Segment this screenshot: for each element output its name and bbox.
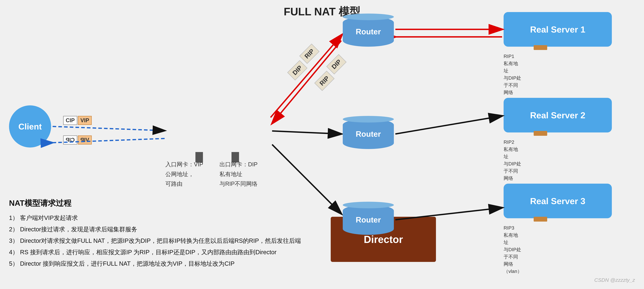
nat-step-5: 5） Director 接到响应报文后，进行FULL NAT，把源地址改为VIP… (9, 258, 301, 269)
client-to-director-arrow (52, 126, 164, 131)
vip-top: VIP (78, 116, 92, 125)
router1-container: Router (343, 17, 394, 47)
rs1-note: RIP1 私有地址 与DIP处于不同网络（vlan） (504, 53, 522, 103)
router3-container: Router (343, 205, 394, 235)
nat-step-1: 1） 客户端对VIP发起请求 (9, 212, 301, 223)
router2-to-rs2-arrow (395, 116, 502, 134)
rs1-label: Real Server 1 (530, 24, 585, 35)
rs1-box: Real Server 1 (504, 12, 612, 47)
packet-top: CIP VIP (63, 116, 92, 125)
nat-step-2: 2） Director接过请求，发现是请求后端集群服务 (9, 223, 301, 235)
vip-bottom: VIP (78, 135, 92, 145)
cip-bottom: CIP (63, 135, 77, 145)
watermark: CSDN @zzzzty_z (594, 277, 635, 283)
nat-step-4: 4） RS 接到请求后，进行响应，相应报文源IP 为RIP，目标IP还是DIP，… (9, 246, 301, 258)
packet-bottom: VIP CIP (63, 135, 92, 145)
rs2-port (534, 131, 547, 136)
rs2-note: RIP2 私有地址 与DIP处于不同网络（vlan） (504, 138, 522, 189)
rs3-port (534, 217, 547, 222)
rs2-box: Real Server 2 (504, 98, 612, 132)
client-label: Client (18, 122, 42, 131)
rs3-label: Real Server 3 (530, 196, 585, 206)
router2-cylinder: Router (343, 119, 394, 149)
nat-steps-container: NAT模型请求过程 1） 客户端对VIP发起请求 2） Director接过请求… (9, 196, 301, 269)
director-outlet-label: 出口网卡：DIP私有地址与RIP不同网络 (220, 160, 258, 189)
router3-label: Router (356, 215, 381, 224)
router1-cylinder: Router (343, 17, 394, 47)
rs2-label: Real Server 2 (530, 110, 585, 120)
rs3-box: Real Server 3 (504, 184, 612, 218)
diag-dip1: DIP (287, 60, 308, 80)
router2-container: Router (343, 119, 394, 149)
cip-top: CIP (63, 116, 77, 125)
rs1-port (534, 45, 547, 50)
diag-rip1: RIP (299, 44, 320, 64)
director-to-router2-arrow (272, 131, 341, 134)
director-inlet-label: 入口网卡：VIP公网地址，可路由 (165, 160, 203, 189)
diag-dip2: DIP (326, 54, 346, 74)
router1-label: Router (356, 27, 381, 36)
router2-label: Router (356, 129, 381, 138)
nat-title: NAT模型请求过程 (9, 196, 301, 211)
director-label: Director (364, 233, 403, 245)
router3-cylinder: Router (343, 205, 394, 235)
rs3-note: RIP3 私有地址 与DIP处于不同网络（vlan） (504, 224, 522, 275)
nat-step-3: 3） Director对请求报文做FULL NAT，把源IP改为DIP，把目标I… (9, 235, 301, 246)
client-node: Client (9, 105, 51, 148)
diag-rip2: RIP (314, 71, 334, 91)
